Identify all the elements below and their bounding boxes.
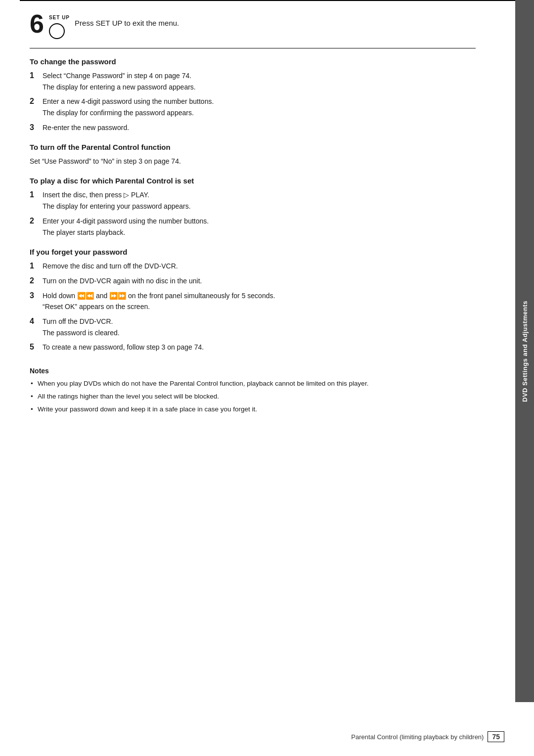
step-num: 1 bbox=[30, 261, 43, 270]
change-password-step-3: 3 Re-enter the new password. bbox=[30, 123, 476, 133]
step6-instruction: Press SET UP to exit the menu. bbox=[70, 15, 179, 27]
change-password-steps: 1 Select “Change Password” in step 4 on … bbox=[30, 71, 476, 133]
forget-step-5: 5 To create a new password, follow step … bbox=[30, 342, 476, 353]
section-heading-forget: If you forget your password bbox=[30, 248, 476, 256]
notes-section: Notes When you play DVDs which do not ha… bbox=[30, 367, 476, 415]
notes-item-2: All the ratings higher than the level yo… bbox=[30, 392, 476, 402]
step-num: 1 bbox=[30, 71, 43, 80]
step-content: Turn off the DVD-VCR. The password is cl… bbox=[43, 316, 120, 338]
play-disc-steps: 1 Insert the disc, then press ▷ PLAY. Th… bbox=[30, 190, 476, 238]
forget-step-3: 3 Hold down ⏪⏪ and ⏩⏩ on the front panel… bbox=[30, 291, 476, 312]
step-content: Re-enter the new password. bbox=[43, 123, 129, 133]
step-num: 3 bbox=[30, 123, 43, 132]
change-password-step-1: 1 Select “Change Password” in step 4 on … bbox=[30, 71, 476, 92]
step-content: Enter a new 4-digit password using the n… bbox=[43, 96, 214, 118]
section-turn-off-parental: To turn off the Parental Control functio… bbox=[30, 143, 476, 167]
turn-off-text: Set “Use Password” to “No” in step 3 on … bbox=[30, 156, 476, 167]
step-num: 2 bbox=[30, 216, 43, 225]
step-content: Hold down ⏪⏪ and ⏩⏩ on the front panel s… bbox=[43, 291, 275, 312]
step6-area: 6 SET UP Press SET UP to exit the menu. bbox=[30, 15, 476, 48]
step-num: 2 bbox=[30, 96, 43, 106]
step-num: 5 bbox=[30, 342, 43, 352]
step6-number: 6 bbox=[30, 11, 44, 37]
right-sidebar: DVD Settings and Adjustments bbox=[515, 0, 534, 702]
forget-password-steps: 1 Remove the disc and turn off the DVD-V… bbox=[30, 261, 476, 353]
notes-item-1: When you play DVDs which do not have the… bbox=[30, 379, 476, 389]
forget-step-1: 1 Remove the disc and turn off the DVD-V… bbox=[30, 261, 476, 272]
play-disc-step-2: 2 Enter your 4-digit password using the … bbox=[30, 216, 476, 238]
step-num: 3 bbox=[30, 291, 43, 300]
step-num: 2 bbox=[30, 276, 43, 285]
section-play-disc: To play a disc for which Parental Contro… bbox=[30, 177, 476, 238]
step6-right: SET UP bbox=[49, 15, 70, 39]
page-footer: Parental Control (limiting playback by c… bbox=[351, 731, 504, 742]
forget-step-2: 2 Turn on the DVD-VCR again with no disc… bbox=[30, 276, 476, 287]
footer-text: Parental Control (limiting playback by c… bbox=[351, 733, 484, 741]
step-num: 4 bbox=[30, 316, 43, 326]
play-disc-step-1: 1 Insert the disc, then press ▷ PLAY. Th… bbox=[30, 190, 476, 212]
step-content: Insert the disc, then press ▷ PLAY. The … bbox=[43, 190, 191, 212]
section-heading-change-password: To change the password bbox=[30, 57, 476, 66]
notes-list: When you play DVDs which do not have the… bbox=[30, 379, 476, 415]
section-forget-password: If you forget your password 1 Remove the… bbox=[30, 248, 476, 353]
section-heading-play-disc: To play a disc for which Parental Contro… bbox=[30, 177, 476, 185]
step-content: Enter your 4-digit password using the nu… bbox=[43, 216, 209, 238]
setup-circle-icon bbox=[49, 23, 65, 39]
sidebar-label: DVD Settings and Adjustments bbox=[521, 301, 529, 402]
setup-label: SET UP bbox=[49, 15, 70, 20]
step-content: To create a new password, follow step 3 … bbox=[43, 342, 204, 353]
step-content: Remove the disc and turn off the DVD-VCR… bbox=[43, 261, 178, 272]
step-content: Turn on the DVD-VCR again with no disc i… bbox=[43, 276, 202, 287]
change-password-step-2: 2 Enter a new 4-digit password using the… bbox=[30, 96, 476, 118]
step-content: Select “Change Password” in step 4 on pa… bbox=[43, 71, 196, 92]
top-border bbox=[20, 0, 534, 1]
step-num: 1 bbox=[30, 190, 43, 199]
notes-item-3: Write your password down and keep it in … bbox=[30, 404, 476, 415]
page-container: DVD Settings and Adjustments 6 SET UP Pr… bbox=[0, 0, 534, 756]
notes-heading: Notes bbox=[30, 367, 476, 375]
page-number: 75 bbox=[488, 731, 504, 742]
forget-step-4: 4 Turn off the DVD-VCR. The password is … bbox=[30, 316, 476, 338]
section-heading-turn-off: To turn off the Parental Control functio… bbox=[30, 143, 476, 151]
main-content: 6 SET UP Press SET UP to exit the menu. … bbox=[0, 0, 515, 437]
section-change-password: To change the password 1 Select “Change … bbox=[30, 57, 476, 133]
